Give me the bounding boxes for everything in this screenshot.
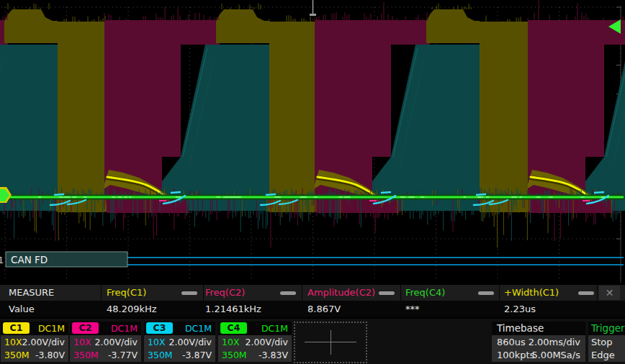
decode-bus-number: 1 [0, 255, 4, 265]
close-measure-button[interactable]: ✕ [599, 286, 620, 300]
decode-bus: 1 CAN FD [0, 252, 624, 267]
bandwidth-label: 350M [222, 350, 247, 360]
measure-value-2: 1.21461kHz [205, 304, 261, 314]
column-divider [597, 285, 598, 301]
column-divider [499, 285, 500, 301]
timebase-title: Timebase [497, 322, 544, 334]
oscilloscope-screen: 1 CAN FD MEASURE Freq(C1) Freq(C2) Ampli… [0, 0, 625, 364]
timebase-scale: 2.00ms/div [529, 337, 580, 347]
measure-label-3: Amplitude(C2) [307, 287, 375, 298]
coupling-label: DC1M [261, 323, 288, 334]
trigger-type: Edge [591, 350, 615, 360]
measure-label-2: Freq(C2) [205, 287, 245, 298]
timebase-panel[interactable]: Timebase 860us2.00ms/div 100kpts5.00MSa/… [492, 322, 585, 362]
measure-remove-button[interactable] [578, 291, 594, 295]
add-channel-slot[interactable] [294, 322, 367, 363]
scale-label: 2.00V/div [95, 337, 138, 347]
measure-remove-button[interactable] [280, 291, 296, 295]
coupling-label: DC1M [111, 323, 138, 334]
waveform-traces [0, 0, 625, 283]
measure-label-5: +Width(C1) [504, 287, 559, 298]
measure-remove-button[interactable] [181, 291, 197, 295]
status-bar: C1 DC1M 10X2.00V/div 350M-3.80V C2 DC1M … [0, 319, 625, 364]
column-divider [302, 285, 302, 301]
trigger-title: Trigger [591, 322, 625, 334]
measure-value-1: 48.209kHz [107, 304, 157, 314]
probe-label: 10X [73, 337, 91, 347]
measure-title: MEASURE [9, 287, 54, 298]
measure-remove-button[interactable] [379, 291, 395, 295]
coupling-label: DC1M [185, 323, 212, 334]
measure-remove-button[interactable] [478, 291, 494, 295]
bandwidth-label: 350M [4, 350, 30, 360]
probe-label: 10X [148, 337, 165, 347]
column-divider [203, 285, 204, 301]
measure-label-4: Freq(C4) [405, 287, 445, 298]
measure-value-3: 8.867V [307, 304, 341, 314]
scale-label: 2.00V/div [169, 337, 212, 347]
channel-tab-c3[interactable]: C3 [146, 322, 173, 334]
coupling-label: DC1M [38, 323, 65, 334]
close-icon: ✕ [606, 287, 614, 299]
channel-tab-c2[interactable]: C2 [72, 322, 99, 334]
channel-tab-c4[interactable]: C4 [220, 322, 247, 334]
waveform-display: 1 CAN FD [0, 0, 625, 283]
measure-value-4: *** [405, 304, 420, 314]
offset-label: -3.87V [182, 350, 212, 360]
channel-box-c1[interactable]: C1 DC1M 10X2.00V/div 350M-3.80V [1, 322, 68, 362]
channel-box-c2[interactable]: C2 DC1M 10X2.00V/div 350M-3.77V [70, 322, 141, 362]
offset-label: -3.77V [108, 350, 138, 360]
timebase-points: 100kpts [497, 350, 534, 360]
channel-box-c3[interactable]: C3 DC1M 10X2.00V/div 350M-3.87V [144, 322, 215, 362]
measure-value-5: 2.23us [504, 304, 536, 314]
channel-box-c4[interactable]: C4 DC1M 10X2.00V/div 350M-3.83V [218, 322, 292, 362]
plus-icon [331, 330, 331, 355]
measure-row-label: Value [9, 304, 35, 314]
scale-label: 2.00V/div [246, 337, 288, 347]
offset-label: -3.83V [258, 350, 288, 360]
column-divider [101, 285, 102, 301]
trigger-status: Stop [591, 337, 613, 347]
measure-label-1: Freq(C1) [107, 287, 146, 298]
scale-label: 2.00V/div [22, 337, 65, 347]
bandwidth-label: 350M [73, 350, 99, 360]
channel-tab-c1[interactable]: C1 [3, 322, 30, 334]
probe-label: 10X [222, 337, 239, 347]
timebase-sample-rate: 5.00MSa/s [531, 350, 580, 360]
measure-header-row: MEASURE Freq(C1) Freq(C2) Amplitude(C2) … [0, 285, 625, 301]
offset-label: -3.80V [35, 350, 65, 360]
measure-table: MEASURE Freq(C1) Freq(C2) Amplitude(C2) … [0, 285, 625, 317]
trigger-panel[interactable]: Trigger Stop Edge [588, 322, 625, 362]
probe-label: 10X [4, 337, 22, 347]
column-divider [400, 285, 401, 301]
timebase-delay: 860us [497, 337, 526, 347]
bandwidth-label: 350M [148, 350, 173, 360]
measure-value-row: Value 48.209kHz 1.21461kHz 8.867V *** 2.… [0, 301, 625, 317]
decode-label: CAN FD [11, 254, 48, 265]
